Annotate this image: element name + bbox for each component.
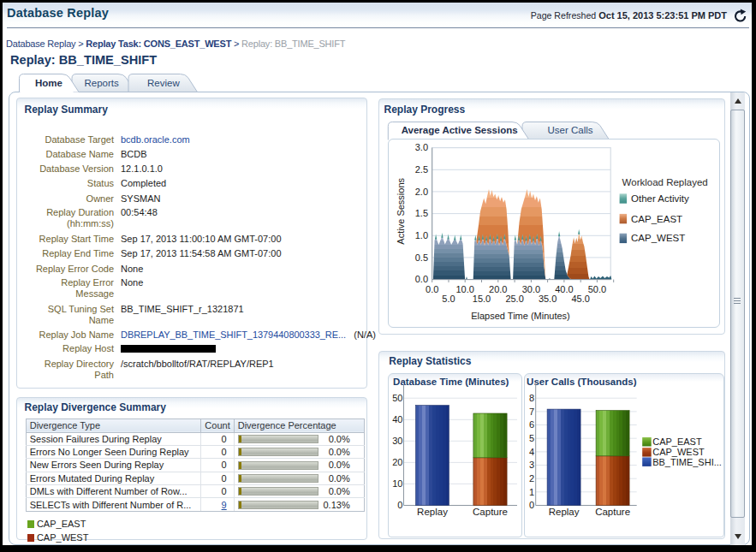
- svg-text:CAP_WEST: CAP_WEST: [631, 234, 685, 244]
- svg-text:2.5: 2.5: [415, 164, 428, 175]
- svg-text:CAP_EAST: CAP_EAST: [631, 214, 682, 224]
- svg-text:2.0: 2.0: [415, 187, 428, 197]
- svg-text:20.0: 20.0: [489, 284, 507, 294]
- svg-text:Active Sessions: Active Sessions: [396, 178, 406, 245]
- svg-text:1.0: 1.0: [415, 230, 428, 240]
- svg-text:Workload Replayed: Workload Replayed: [622, 177, 708, 187]
- svg-text:CAP_EAST: CAP_EAST: [652, 436, 702, 447]
- svg-text:50.0: 50.0: [588, 284, 606, 294]
- svg-text:Capture: Capture: [473, 506, 508, 516]
- svg-text:0.0: 0.0: [426, 284, 438, 294]
- svg-text:15.0: 15.0: [473, 294, 491, 305]
- svg-text:Capture: Capture: [595, 506, 630, 516]
- svg-text:40: 40: [392, 414, 402, 424]
- svg-text:2: 2: [529, 473, 534, 484]
- svg-text:10.0: 10.0: [456, 284, 474, 294]
- svg-text:8: 8: [529, 393, 534, 403]
- svg-text:0.5: 0.5: [415, 252, 428, 263]
- svg-text:3.0: 3.0: [415, 143, 428, 153]
- svg-text:30.0: 30.0: [522, 284, 540, 294]
- svg-text:Other Activity: Other Activity: [631, 193, 689, 204]
- svg-text:5.0: 5.0: [443, 294, 455, 305]
- svg-text:25.0: 25.0: [506, 294, 524, 305]
- svg-text:Replay: Replay: [548, 506, 579, 516]
- svg-text:10: 10: [392, 478, 402, 489]
- svg-text:30: 30: [392, 436, 402, 446]
- svg-text:BB_TIME_SHI...: BB_TIME_SHI...: [652, 456, 722, 466]
- svg-text:4: 4: [529, 447, 534, 457]
- svg-text:1: 1: [529, 486, 534, 496]
- svg-text:45.0: 45.0: [572, 294, 590, 305]
- svg-text:3: 3: [529, 460, 534, 470]
- svg-text:0: 0: [397, 500, 402, 510]
- svg-text:6: 6: [529, 419, 534, 430]
- svg-text:0.0: 0.0: [415, 275, 428, 285]
- svg-text:1.5: 1.5: [415, 209, 428, 219]
- svg-text:7: 7: [529, 407, 534, 417]
- svg-text:Elapsed Time (Minutes): Elapsed Time (Minutes): [472, 311, 571, 321]
- svg-text:50: 50: [392, 393, 402, 403]
- svg-text:Replay: Replay: [417, 506, 448, 516]
- svg-text:35.0: 35.0: [539, 294, 557, 305]
- svg-text:40.0: 40.0: [555, 284, 573, 294]
- svg-text:CAP_WEST: CAP_WEST: [652, 447, 705, 457]
- svg-text:5: 5: [529, 433, 534, 443]
- svg-text:20: 20: [392, 457, 402, 467]
- svg-text:0: 0: [529, 500, 534, 510]
